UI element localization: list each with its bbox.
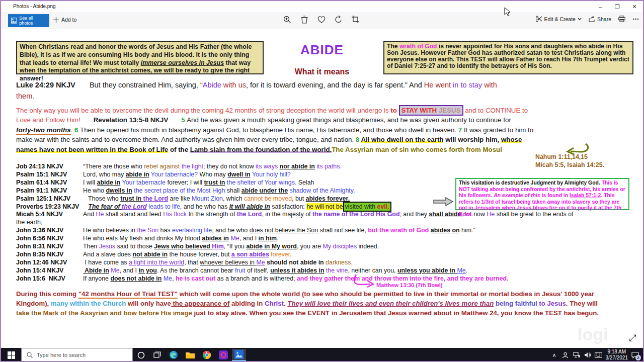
capture-app-button[interactable] (216, 349, 230, 361)
text-segment: abide in My word (246, 243, 297, 250)
verse-row: John 15:4 NKJV Abide in Me, and I in you… (16, 267, 574, 275)
verse-label: Proverbs 19:23 NKJV (16, 203, 83, 211)
verse-label: John 15:6 NKJV (16, 275, 83, 283)
volume-icon[interactable] (584, 351, 592, 359)
verse-row: Job 24:13 NKJV“There are those who rebel… (16, 163, 574, 171)
text-segment: he will not be (306, 203, 343, 210)
delete-icon[interactable] (300, 15, 308, 24)
text-segment: , and I (120, 267, 139, 274)
taskbar-clock[interactable]: 9:18 AM 3/27/2021 (606, 349, 628, 361)
text-segment: . (277, 235, 278, 242)
luke-line1: Luke 24:29 NKJV But they constrained Him… (16, 79, 497, 90)
tray-people-icon[interactable] (561, 351, 570, 359)
text-segment: but the wrath of God (368, 227, 431, 234)
more-button[interactable]: ⋯ (632, 15, 639, 23)
edit-create-button[interactable]: Edit & Create (536, 16, 582, 22)
print-button[interactable] (618, 16, 625, 22)
text-segment: the secret place of the Most High (134, 187, 225, 194)
luke-line2: them. (16, 90, 497, 102)
chrome-icon (202, 350, 211, 359)
text-segment: Him (212, 243, 223, 250)
text-segment: . (71, 126, 74, 134)
text-segment: the shelter of Your wings. (227, 179, 296, 186)
verse-row: John 15:6 NKJVIf anyone does not abide i… (16, 275, 574, 283)
text-segment: in to stay (453, 81, 484, 89)
start-button[interactable] (1, 348, 21, 362)
text-segment: Christ (265, 300, 284, 307)
trial-test-paragraph: During this coming "42 months Hour of Tr… (16, 289, 599, 318)
close-button[interactable]: ✕ (626, 1, 643, 12)
text-segment: Those who (83, 195, 120, 202)
maximize-button[interactable]: ❐ (609, 1, 626, 12)
minimize-button[interactable]: – (592, 1, 609, 12)
text-segment: of itself, (246, 267, 271, 274)
favorite-icon[interactable] (317, 15, 326, 24)
see-all-photos-button[interactable]: See all photos (8, 14, 49, 27)
crop-icon[interactable] (351, 15, 360, 24)
text-segment: rebel against (144, 163, 181, 170)
verse-label: John 12:46 NKJV (16, 259, 83, 267)
text-segment: trust in (204, 179, 225, 186)
text-segment: just to stay alive. When you see the EVE… (192, 309, 599, 317)
verse-label: John 8:31 NKJV (16, 243, 83, 251)
text-segment: nor abide in (280, 163, 315, 170)
text-segment: Mount Zion (192, 195, 223, 202)
text-segment: Abide (203, 81, 223, 89)
text-segment: which will come upon the whole world (to… (178, 290, 594, 298)
chrome-button[interactable] (200, 349, 214, 361)
verse-label: Psalm 91:1 NKJV (16, 187, 83, 195)
text-segment: shall be great to the ends of (495, 211, 573, 218)
text-segment: shall (225, 187, 241, 194)
file-explorer-button[interactable] (183, 349, 197, 361)
luke-verse: Luke 24:29 NKJV But they constrained Him… (16, 79, 497, 102)
text-segment: and to CONTINUE to (463, 107, 528, 114)
text-segment: He (96, 211, 104, 218)
edge-button[interactable] (167, 349, 181, 361)
capture-app-icon (219, 350, 228, 359)
share-button[interactable]: Share (589, 16, 611, 22)
zoom-icon[interactable] (283, 15, 291, 24)
text-segment: Me (457, 267, 465, 274)
text-segment: is found in (542, 193, 570, 198)
verse-label: John 6:56 NKJV (16, 235, 83, 243)
network-icon[interactable] (573, 351, 581, 359)
text-segment: . As the branch cannot bear (157, 267, 235, 274)
text-segment: not abide in (133, 251, 168, 258)
verse-row: John 3:36 NKJVHe who believes in the Son… (16, 227, 574, 235)
add-to-button[interactable]: Add to (53, 17, 76, 23)
verse-label: Micah 5:4 NKJV (16, 211, 83, 219)
text-segment: , which (223, 195, 244, 202)
text-segment: it will abide in (229, 203, 270, 210)
text-segment: During this coming (16, 290, 78, 298)
more-label: ⋯ (632, 15, 639, 23)
text-segment: abide under the (242, 187, 288, 194)
text-segment: , (172, 275, 176, 282)
text-segment: the Lord (122, 203, 147, 210)
task-view-icon (153, 351, 161, 359)
text-segment: wrath of God (399, 43, 437, 50)
text-segment: forever (271, 251, 290, 258)
text-segment: a light into the world (129, 259, 184, 266)
action-center-button[interactable]: 2 (631, 351, 639, 359)
touch-keyboard-icon[interactable] (595, 351, 603, 359)
task-view-button[interactable] (150, 349, 164, 361)
taskbar: Type here to search (1, 348, 643, 362)
windows-logo-icon (8, 351, 15, 359)
tray-chevron-button[interactable]: ∧ (550, 351, 558, 359)
text-segment: should not abide in (267, 259, 326, 266)
text-segment: does not believe the Son (250, 227, 318, 234)
text-segment: , and he who has (180, 203, 229, 210)
text-segment: its ways (256, 163, 278, 170)
rotate-icon[interactable] (334, 15, 343, 24)
overcome-paragraph: The only way you will be able to overcom… (16, 106, 533, 154)
text-segment: 6 (74, 126, 80, 134)
add-to-label: Add to (61, 17, 76, 23)
photos-app-button[interactable] (232, 349, 246, 361)
text-segment: Selah (296, 179, 314, 186)
text-segment: 7 (458, 126, 464, 134)
search-placeholder: Type here to search (37, 352, 86, 358)
taskbar-search-input[interactable]: Type here to search (21, 348, 133, 362)
text-segment: Jews who believed (154, 243, 212, 250)
cortana-button[interactable] (134, 349, 148, 361)
curved-arrow-magenta-icon (348, 274, 376, 288)
